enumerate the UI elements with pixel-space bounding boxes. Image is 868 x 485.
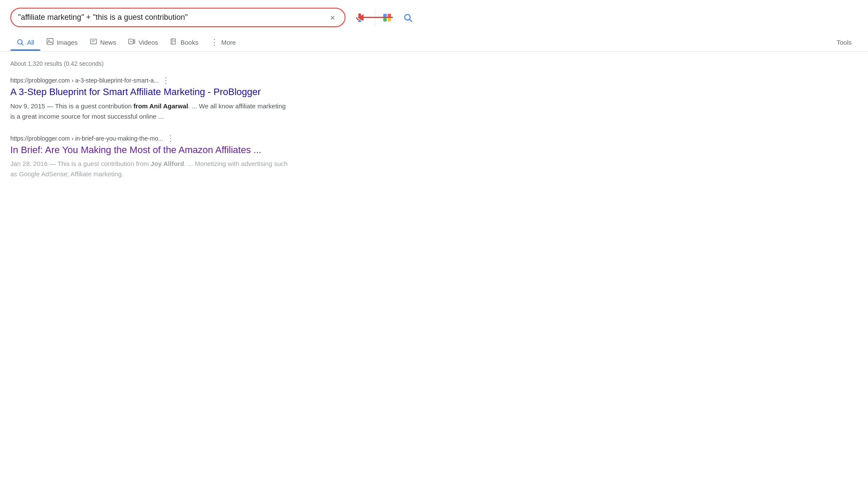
results-count: About 1,320 results (0.42 seconds) xyxy=(10,60,290,67)
tab-images-label: Images xyxy=(57,39,78,46)
search-arrow-annotation xyxy=(358,14,393,21)
tab-more-label: More xyxy=(221,39,236,46)
search-submit-icon xyxy=(403,13,413,22)
tab-images[interactable]: Images xyxy=(40,34,84,51)
svg-rect-10 xyxy=(47,38,53,44)
snippet-date-2: Jan 28, 2016 xyxy=(10,160,48,167)
result-title-2[interactable]: In Brief: Are You Making the Most of the… xyxy=(10,144,290,157)
svg-marker-16 xyxy=(133,40,135,43)
tools-button[interactable]: Tools xyxy=(831,34,858,50)
result-url-row-1: https://problogger.com › a-3-step-bluepr… xyxy=(10,77,290,84)
tab-all-label: All xyxy=(27,39,34,46)
arrow-line xyxy=(363,17,393,18)
snippet-bold-1: from Anil Agarwal xyxy=(134,102,188,110)
tab-news[interactable]: News xyxy=(84,34,122,51)
more-icon: ⋮ xyxy=(211,37,218,47)
search-box: "affiliate marketing" + "this is a guest… xyxy=(10,8,345,27)
books-icon xyxy=(170,38,177,47)
svg-line-7 xyxy=(410,19,412,21)
result-menu-button-2[interactable]: ⋮ xyxy=(167,135,175,142)
search-submit-button[interactable] xyxy=(399,9,417,27)
videos-icon xyxy=(128,38,135,47)
svg-rect-12 xyxy=(90,39,96,43)
result-menu-button-1[interactable]: ⋮ xyxy=(162,77,170,84)
snippet-intro-2: — This is a guest contribution from xyxy=(48,160,151,167)
clear-button[interactable]: × xyxy=(327,13,338,22)
news-icon xyxy=(90,38,97,47)
result-url-1: https://problogger.com › a-3-step-bluepr… xyxy=(10,77,159,84)
tab-videos[interactable]: Videos xyxy=(122,34,164,51)
results-area: About 1,320 results (0.42 seconds) https… xyxy=(0,52,301,201)
result-item-1: https://problogger.com › a-3-step-bluepr… xyxy=(10,77,290,122)
svg-marker-17 xyxy=(131,40,132,42)
tab-more[interactable]: ⋮ More xyxy=(205,33,242,51)
result-snippet-2: Jan 28, 2016 — This is a guest contribut… xyxy=(10,159,290,179)
tab-news-label: News xyxy=(100,39,116,46)
images-icon xyxy=(46,38,54,47)
result-url-2: https://problogger.com › in-brief-are-yo… xyxy=(10,135,163,142)
tab-all[interactable]: All xyxy=(10,34,40,50)
search-input[interactable]: "affiliate marketing" + "this is a guest… xyxy=(18,13,324,22)
svg-point-11 xyxy=(48,40,49,41)
tab-videos-label: Videos xyxy=(138,39,158,46)
result-snippet-1: Nov 9, 2015 — This is a guest contributi… xyxy=(10,101,290,122)
search-box-wrapper: "affiliate marketing" + "this is a guest… xyxy=(10,8,345,27)
result-item-2: https://problogger.com › in-brief-are-yo… xyxy=(10,135,290,180)
all-search-icon xyxy=(16,38,24,46)
snippet-intro-1: — This is a guest contribution xyxy=(45,102,134,110)
search-bar-container: "affiliate marketing" + "this is a guest… xyxy=(0,0,868,27)
nav-tabs: All Images News xyxy=(0,27,868,52)
snippet-date-1: Nov 9, 2015 xyxy=(10,102,45,110)
result-url-row-2: https://problogger.com › in-brief-are-yo… xyxy=(10,135,290,142)
svg-line-9 xyxy=(21,43,23,45)
result-title-1[interactable]: A 3-Step Blueprint for Smart Affiliate M… xyxy=(10,86,290,98)
tab-books-label: Books xyxy=(180,39,199,46)
snippet-bold-2: Joy Allford xyxy=(151,160,184,167)
tab-books[interactable]: Books xyxy=(164,34,205,51)
